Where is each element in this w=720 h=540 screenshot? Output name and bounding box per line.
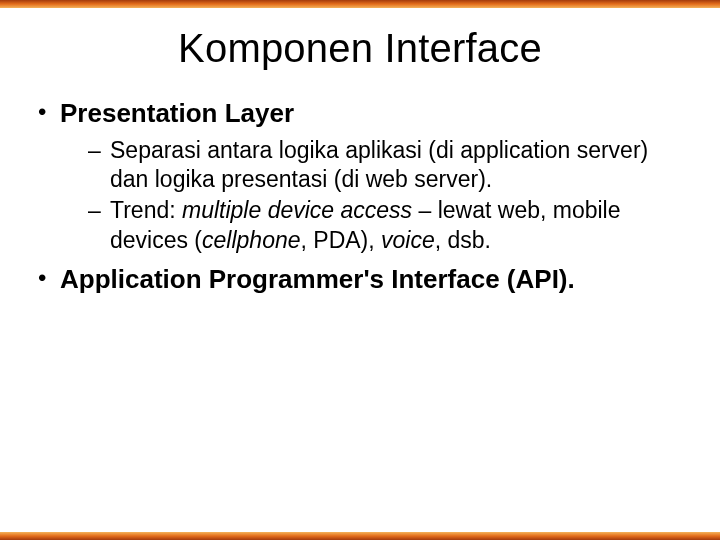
text-em-multiple-device: multiple device access [182,197,412,223]
bullet-api: Application Programmer's Interface (API)… [34,263,686,296]
text-em-voice: voice [381,227,435,253]
subbullet-separasi: Separasi antara logika aplikasi (di appl… [88,136,686,195]
bullet-label: Presentation Layer [60,98,294,128]
bullet-list-level2: Separasi antara logika aplikasi (di appl… [60,136,686,256]
text-em-cellphone: cellphone [202,227,300,253]
bullet-presentation-layer: Presentation Layer Separasi antara logik… [34,97,686,255]
slide-body: Komponen Interface Presentation Layer Se… [0,8,720,532]
text-trend-suffix: , dsb. [435,227,491,253]
text-trend-prefix: Trend: [110,197,182,223]
bullet-label: Application Programmer's Interface (API)… [60,264,575,294]
subbullet-trend: Trend: multiple device access – lewat we… [88,196,686,255]
text-trend-mid2: , PDA), [301,227,382,253]
bottom-accent-bar [0,532,720,540]
bullet-list-level1: Presentation Layer Separasi antara logik… [34,97,686,296]
slide-title: Komponen Interface [34,26,686,71]
top-accent-bar [0,0,720,8]
